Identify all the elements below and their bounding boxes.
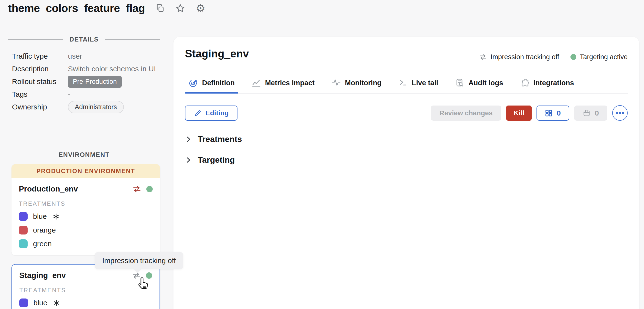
staging-env-name: Staging_env [19,271,66,280]
scheduled-changes-count: 0 [595,109,599,117]
production-env-card[interactable]: PRODUCTION ENVIRONMENT Production_env TR… [12,164,160,255]
treatment-name: blue [33,212,47,220]
treatment-row: green [19,240,153,248]
editing-button[interactable]: Editing [185,106,238,121]
tab-monitoring[interactable]: Monitoring [328,78,385,93]
details-list: Traffic type user Description Switch col… [12,50,160,113]
impression-tracking-off-icon [479,54,487,60]
tab-metrics-impact[interactable]: Metrics impact [248,78,318,93]
treatment-name: blue [34,299,48,307]
treatment-name: orange [33,226,56,234]
hand-pointer-cursor [137,277,150,290]
more-options-button[interactable] [612,105,628,121]
kill-label: Kill [514,109,524,117]
treatment-row: orange [19,226,153,234]
review-changes-label: Review changes [440,109,493,117]
targeting-section-toggle[interactable]: Targeting [185,155,628,165]
targeting-status-text: Targeting active [580,53,628,61]
chevron-right-icon [185,156,192,164]
details-section-header: DETAILS [8,36,160,43]
proposed-changes-count: 0 [557,109,561,117]
ellipsis-icon [616,112,624,114]
detail-row-traffic-type: Traffic type user [12,50,160,62]
terminal-icon [398,78,408,88]
tab-label: Definition [202,79,235,87]
targeting-active-dot [570,54,576,60]
ownership-pill[interactable]: Administrators [68,101,124,113]
description-value: Switch color schemes in UI [68,65,156,73]
environment-section-header: ENVIRONMENT [8,151,160,158]
tab-label: Metrics impact [265,79,315,87]
details-heading: DETAILS [70,36,99,43]
tags-value: - [68,90,70,98]
impression-tracking-status: Impression tracking off [479,53,559,61]
treatments-label: TREATMENTS [19,200,153,207]
kill-button[interactable]: Kill [506,106,532,121]
audit-log-icon [455,78,465,88]
description-label: Description [12,65,68,73]
tab-bar: Definition Metrics impact Monitoring [185,78,628,94]
scheduled-changes-button[interactable]: 0 [574,106,607,121]
detail-row-rollout-status: Rollout status Pre-Production [12,75,160,88]
impression-tracking-off-icon[interactable] [132,186,142,192]
definition-target-icon [188,78,198,88]
tab-integrations[interactable]: Integrations [516,78,577,93]
treatment-name: green [33,240,52,248]
environment-detail-panel: Staging_env Impression tracking off Targ… [174,37,639,309]
production-env-name: Production_env [19,184,78,194]
copy-icon[interactable] [156,4,165,13]
production-environment-banner: PRODUCTION ENVIRONMENT [12,164,160,178]
impression-tracking-tooltip: Impression tracking off [95,252,183,269]
traffic-type-label: Traffic type [12,52,68,60]
treatment-color-swatch [19,212,28,221]
editing-label: Editing [206,109,229,117]
tab-live-tail[interactable]: Live tail [395,78,442,93]
default-treatment-asterisk-icon [53,213,59,220]
page-title: theme_colors_feature_flag [8,2,145,15]
tab-audit-logs[interactable]: Audit logs [452,78,507,93]
treatments-section-label: Treatments [198,134,242,144]
tags-label: Tags [12,90,68,98]
treatments-section-toggle[interactable]: Treatments [185,134,628,144]
targeting-status: Targeting active [570,53,628,61]
puzzle-icon [520,78,530,88]
environment-heading: ENVIRONMENT [59,151,110,158]
default-treatment-asterisk-icon [53,300,60,306]
tab-label: Live tail [412,79,438,87]
proposed-changes-button[interactable]: 0 [536,106,569,121]
detail-row-ownership: Ownership Administrators [12,101,160,113]
treatment-color-swatch [19,226,28,234]
treatments-label: TREATMENTS [19,287,152,294]
metrics-chart-icon [252,78,261,88]
pencil-icon [194,109,202,117]
impression-tracking-status-text: Impression tracking off [490,53,559,61]
grid-icon [545,110,552,117]
ownership-label: Ownership [12,103,68,111]
treatment-color-swatch [19,240,28,248]
star-icon[interactable] [176,4,185,13]
tab-label: Audit logs [468,79,503,87]
detail-row-description: Description Switch color schemes in UI [12,62,160,75]
review-changes-button[interactable]: Review changes [431,106,502,121]
toolbar: Editing Review changes Kill 0 [185,105,628,121]
rollout-status-label: Rollout status [12,78,68,86]
tab-definition[interactable]: Definition [185,78,238,93]
rollout-status-badge: Pre-Production [68,76,122,88]
treatment-color-swatch [19,298,28,307]
tab-label: Monitoring [345,79,382,87]
tab-label: Integrations [533,79,574,87]
detail-row-tags: Tags - [12,88,160,101]
chevron-right-icon [185,136,192,143]
treatment-row: blue [19,298,152,307]
gear-icon[interactable]: ⚙ [196,4,205,13]
treatment-row: blue [19,212,153,221]
targeting-active-dot [146,186,153,192]
traffic-type-value: user [68,52,82,60]
environment-title: Staging_env [185,48,249,60]
targeting-section-label: Targeting [198,155,235,165]
top-bar: theme_colors_feature_flag ⚙ [8,2,206,15]
calendar-icon [583,109,590,117]
pulse-icon [331,78,341,88]
